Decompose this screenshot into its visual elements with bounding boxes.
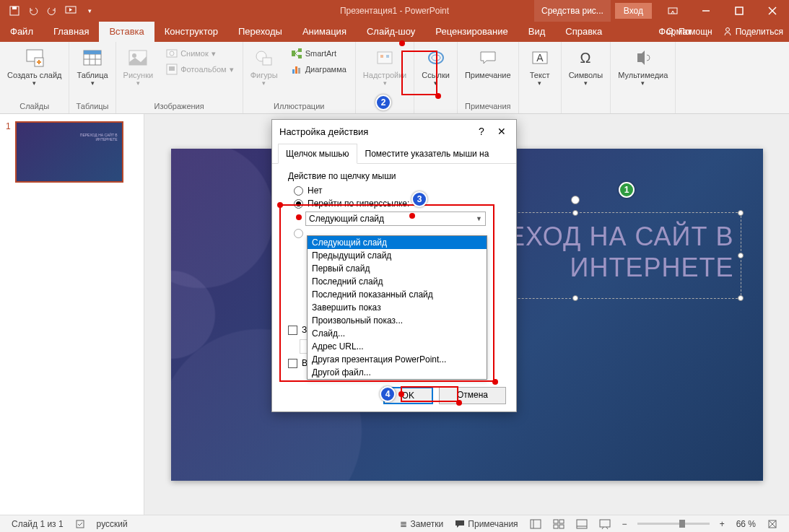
comment-button[interactable]: Примечание [459, 45, 517, 81]
group-illustrations: Иллюстрации [245, 100, 354, 112]
annotation-badge-2: 2 [375, 95, 391, 110]
fit-window-icon[interactable] [762, 515, 783, 532]
annotation-badge-4: 4 [380, 386, 396, 402]
svg-point-40 [429, 52, 443, 64]
dropdown-item[interactable]: Завершить показ [308, 301, 487, 314]
view-reading-icon[interactable] [570, 515, 593, 532]
view-normal-icon[interactable] [524, 515, 547, 532]
dropdown-item[interactable]: Слайд... [308, 327, 487, 340]
minimize-button[interactable] [689, 0, 723, 22]
resize-handle[interactable] [738, 253, 744, 258]
redo-icon[interactable] [43, 2, 61, 19]
zoom-in[interactable]: + [714, 515, 731, 532]
zoom-value[interactable]: 66 % [731, 515, 762, 532]
dropdown-item[interactable]: Другой файл... [308, 366, 487, 379]
zoom-slider[interactable] [637, 523, 710, 525]
links-icon [424, 46, 448, 69]
svg-text:Ω: Ω [580, 50, 591, 66]
tab-mouse-click[interactable]: Щелчок мышью [278, 144, 357, 164]
language-label[interactable]: русский [91, 515, 134, 532]
share-button[interactable]: Поделиться [723, 27, 783, 37]
links-button[interactable]: Ссылки▾ [416, 45, 455, 88]
screenshot-button[interactable]: Снимок ▾ [162, 46, 238, 61]
zoom-out[interactable]: − [616, 515, 633, 532]
view-slideshow-icon[interactable] [593, 515, 616, 532]
ribbon-tabs: Файл Главная Вставка Конструктор Переход… [0, 22, 789, 42]
rotate-handle[interactable] [571, 196, 580, 204]
tab-home[interactable]: Главная [43, 22, 99, 42]
svg-rect-45 [531, 520, 541, 528]
tab-help[interactable]: Справка [555, 22, 612, 42]
symbols-button[interactable]: Ω Символы▾ [563, 45, 609, 88]
pictures-button[interactable]: Рисунки▾ [118, 45, 160, 88]
tab-view[interactable]: Вид [518, 22, 556, 42]
start-show-icon[interactable] [62, 2, 79, 19]
dropdown-item[interactable]: Следующий слайд [308, 236, 487, 249]
radio-hyperlink[interactable]: Перейти по гиперссылке: [294, 199, 506, 209]
undo-icon[interactable] [25, 2, 42, 19]
tab-animations[interactable]: Анимация [292, 22, 357, 42]
hyperlink-combo[interactable]: Следующий слайд▼ [305, 212, 486, 226]
annotation-badge-1: 1 [619, 182, 635, 198]
dropdown-item[interactable]: Первый слайд [308, 262, 487, 275]
smartart-button[interactable]: SmartArt [287, 46, 351, 61]
ribbon-options-icon[interactable] [656, 0, 689, 22]
ribbon: Создать слайд▾ Слайды Таблица▾ Таблицы Р… [0, 42, 789, 114]
new-slide-button[interactable]: Создать слайд▾ [1, 45, 67, 88]
hyperlink-dropdown[interactable]: Следующий слайд Предыдущий слайд Первый … [307, 235, 487, 380]
view-sorter-icon[interactable] [547, 515, 570, 532]
tab-slideshow[interactable]: Слайд-шоу [357, 22, 425, 42]
maximize-button[interactable] [723, 0, 756, 22]
dropdown-item[interactable]: Адрес URL... [308, 340, 487, 353]
close-icon[interactable]: ✕ [494, 126, 509, 137]
thumbnail-pane[interactable]: 1 ПЕРЕХОД НА САЙТ В ИНТЕРНЕТЕ [0, 114, 144, 515]
spellcheck-icon[interactable] [69, 515, 91, 532]
dropdown-item[interactable]: Последний показанный слайд [308, 288, 487, 301]
dropdown-item[interactable]: Произвольный показ... [308, 314, 487, 327]
qat-more-icon[interactable]: ▾ [81, 2, 98, 19]
tell-me[interactable]: Помощн [666, 27, 712, 37]
svg-rect-37 [378, 52, 392, 64]
text-button[interactable]: A Текст▾ [520, 45, 559, 88]
notes-button[interactable]: ≣ Заметки [394, 515, 449, 532]
svg-rect-36 [298, 68, 300, 74]
resize-handle[interactable] [572, 295, 578, 301]
chart-button[interactable]: Диаграмма [287, 62, 351, 77]
comment-icon [476, 46, 500, 69]
cancel-button[interactable]: Отмена [439, 387, 506, 404]
addins-icon [373, 46, 396, 69]
text-icon: A [528, 46, 552, 69]
radio-none[interactable]: Нет [294, 186, 506, 196]
resize-handle[interactable] [572, 210, 578, 216]
resize-handle[interactable] [738, 210, 744, 216]
tab-review[interactable]: Рецензирование [425, 22, 518, 42]
tab-mouse-over[interactable]: Поместите указатель мыши на [357, 144, 497, 164]
svg-rect-39 [386, 55, 389, 58]
svg-rect-5 [736, 7, 743, 14]
shapes-button[interactable]: Фигуры▾ [245, 45, 284, 88]
tab-design[interactable]: Конструктор [154, 22, 228, 42]
dropdown-item[interactable]: Предыдущий слайд [308, 249, 487, 262]
slide-thumbnail[interactable]: 1 ПЕРЕХОД НА САЙТ В ИНТЕРНЕТЕ [6, 121, 138, 183]
comments-button[interactable]: Примечания [449, 515, 523, 532]
resize-handle[interactable] [738, 295, 744, 301]
dropdown-item[interactable]: Последний слайд [308, 275, 487, 288]
table-button[interactable]: Таблица▾ [71, 45, 113, 88]
addins-button[interactable]: Надстройки▾ [357, 45, 412, 88]
media-button[interactable]: Мультимедиа▾ [612, 45, 674, 88]
tab-transitions[interactable]: Переходы [228, 22, 292, 42]
context-tab-drawing[interactable]: Средства рис... [534, 0, 611, 22]
close-button[interactable] [756, 0, 789, 22]
help-icon[interactable]: ? [474, 126, 489, 137]
tab-file[interactable]: Файл [0, 22, 43, 42]
annotation-dot [435, 93, 441, 99]
login-button[interactable]: Вход [615, 3, 652, 19]
thumb-preview[interactable]: ПЕРЕХОД НА САЙТ В ИНТЕРНЕТЕ [15, 121, 123, 183]
svg-rect-48 [559, 520, 564, 523]
save-icon[interactable] [6, 2, 23, 19]
dropdown-item[interactable]: Другая презентация PowerPoint... [308, 353, 487, 366]
photoalbum-button[interactable]: Фотоальбом ▾ [162, 62, 238, 77]
group-slides: Слайды [1, 100, 67, 112]
slide-counter[interactable]: Слайд 1 из 1 [6, 515, 69, 532]
tab-insert[interactable]: Вставка [99, 22, 154, 42]
